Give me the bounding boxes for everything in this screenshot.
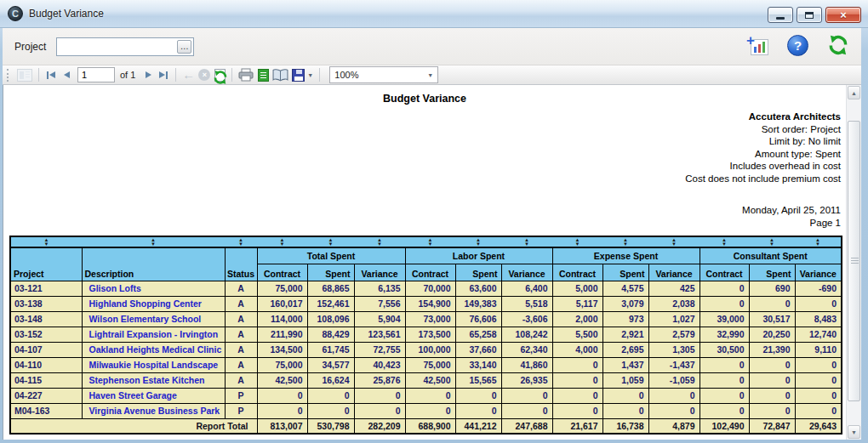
document-map-button[interactable] xyxy=(15,66,34,83)
column-sort-control[interactable]: ▲▼ xyxy=(455,236,501,247)
amount-cell: 8,483 xyxy=(795,311,842,327)
amount-cell: 108,096 xyxy=(307,311,354,327)
zoom-select[interactable]: 100% ▼ xyxy=(329,66,438,83)
sort-desc-icon: ▼ xyxy=(328,242,334,247)
column-sort-control[interactable]: ▲▼ xyxy=(700,236,749,247)
column-sort-control[interactable]: ▲▼ xyxy=(354,236,405,247)
amount-cell: 76,606 xyxy=(455,311,501,327)
amount-cell: 0 xyxy=(552,357,602,372)
first-page-button[interactable] xyxy=(43,66,59,83)
description-link[interactable]: Oakland Heights Medical Clinic xyxy=(82,342,225,357)
column-sort-control[interactable]: ▲▼ xyxy=(82,236,225,247)
maximize-button[interactable] xyxy=(797,7,822,23)
amount-cell: 21,390 xyxy=(749,342,795,357)
report-info-block: Accutera Architects Sort order: ProjectL… xyxy=(3,111,841,185)
back-button[interactable]: ← xyxy=(180,66,197,83)
table-row: 04-110Milwaukie Hospital LandscapeA75,00… xyxy=(10,357,842,372)
column-sort-control[interactable]: ▲▼ xyxy=(405,236,455,247)
question-mark-icon: ? xyxy=(794,38,802,53)
scrollbar-thumb[interactable] xyxy=(848,121,860,401)
project-id-cell: 03-121 xyxy=(10,281,82,296)
amount-cell: 33,140 xyxy=(455,357,501,372)
budget-variance-window: C Budget Variance × Project … + ? xyxy=(0,0,868,443)
amount-cell: 72,755 xyxy=(354,342,405,357)
column-sort-control[interactable]: ▲▼ xyxy=(307,236,354,247)
column-sort-control[interactable]: ▲▼ xyxy=(501,236,552,247)
sub-header-variance: Variance xyxy=(354,264,405,281)
description-link[interactable]: Highland Shopping Center xyxy=(82,296,225,311)
minimize-button[interactable] xyxy=(768,7,793,23)
toolbar-separator xyxy=(319,68,320,82)
refresh-report-button[interactable] xyxy=(212,66,227,83)
scroll-down-button[interactable]: ▼ xyxy=(848,425,860,439)
amount-cell: 0 xyxy=(602,388,648,403)
toolbar-grip-handle[interactable] xyxy=(7,69,11,82)
description-link[interactable]: Lightrail Expansion - Irvington xyxy=(82,327,225,342)
stop-button[interactable]: × xyxy=(197,66,212,83)
column-sort-control[interactable]: ▲▼ xyxy=(648,236,700,247)
column-sort-control[interactable]: ▲▼ xyxy=(795,236,842,247)
project-id-cell: 04-110 xyxy=(10,357,82,372)
description-link[interactable]: Glison Lofts xyxy=(82,281,225,296)
project-browse-button[interactable]: … xyxy=(177,40,191,54)
project-field-wrap: … xyxy=(56,37,194,56)
amount-cell: 6,135 xyxy=(354,281,405,296)
sort-desc-icon: ▼ xyxy=(476,242,481,247)
amount-cell: 0 xyxy=(354,388,405,403)
group-header: Labor Spent xyxy=(405,247,552,264)
column-sort-control[interactable]: ▲▼ xyxy=(10,236,82,247)
sort-row: ▲▼▲▼▲▼▲▼▲▼▲▼▲▼▲▼▲▼▲▼▲▼▲▼▲▼▲▼▲▼ xyxy=(10,236,842,247)
status-cell: P xyxy=(225,388,257,403)
report-total-amount-cell: 282,209 xyxy=(354,418,405,434)
page-number-input[interactable] xyxy=(77,67,115,82)
column-header-status: Status xyxy=(225,247,257,281)
next-page-button[interactable] xyxy=(140,66,156,83)
export-button[interactable]: ▼ xyxy=(290,66,315,83)
amount-cell: 39,000 xyxy=(700,311,749,327)
add-chart-button[interactable]: + xyxy=(746,35,768,55)
save-export-icon xyxy=(292,69,305,82)
sub-header-spent: Spent xyxy=(749,264,795,281)
sub-header-spent: Spent xyxy=(602,264,648,281)
sort-desc-icon: ▼ xyxy=(44,242,49,247)
scroll-up-button[interactable]: ▲ xyxy=(848,86,860,99)
amount-cell: -1,059 xyxy=(648,372,700,388)
amount-cell: 65,258 xyxy=(455,327,501,342)
column-sort-control[interactable]: ▲▼ xyxy=(225,236,257,247)
amount-cell: 973 xyxy=(602,311,648,327)
print-button[interactable] xyxy=(237,66,255,83)
description-link[interactable]: Milwaukie Hospital Landscape xyxy=(82,357,225,372)
sort-desc-icon: ▼ xyxy=(575,242,580,247)
plus-icon: + xyxy=(746,35,755,47)
description-link[interactable]: Wilson Elementary School xyxy=(82,311,225,327)
description-link[interactable]: Stephenson Estate Kitchen xyxy=(82,372,225,388)
sub-header-variance: Variance xyxy=(501,264,552,281)
amount-cell: 0 xyxy=(795,372,842,388)
page-count-label: of 1 xyxy=(120,70,135,80)
amount-cell: 40,423 xyxy=(354,357,405,372)
page-setup-button[interactable] xyxy=(271,66,290,83)
close-button[interactable]: × xyxy=(825,7,861,23)
amount-cell: 75,000 xyxy=(257,357,307,372)
description-link[interactable]: Virginia Avenue Business Park xyxy=(82,403,225,418)
column-sort-control[interactable]: ▲▼ xyxy=(552,236,602,247)
project-input[interactable] xyxy=(56,37,194,56)
last-page-button[interactable] xyxy=(156,66,171,83)
next-page-icon xyxy=(146,71,151,78)
refresh-button[interactable] xyxy=(827,34,849,56)
amount-cell: 0 xyxy=(354,403,405,418)
print-layout-button[interactable] xyxy=(255,66,271,83)
amount-cell: 42,500 xyxy=(257,372,307,388)
amount-cell: 211,990 xyxy=(257,327,307,342)
report-page: Budget Variance Accutera Architects Sort… xyxy=(3,85,846,440)
description-link[interactable]: Haven Street Garage xyxy=(82,388,225,403)
amount-cell: 25,876 xyxy=(354,372,405,388)
column-sort-control[interactable]: ▲▼ xyxy=(257,236,307,247)
previous-page-button[interactable] xyxy=(59,66,74,83)
help-button[interactable]: ? xyxy=(787,35,808,56)
amount-cell: 5,904 xyxy=(354,311,405,327)
amount-cell: 5,518 xyxy=(501,296,552,311)
column-sort-control[interactable]: ▲▼ xyxy=(602,236,648,247)
amount-cell: 62,340 xyxy=(501,342,552,357)
column-sort-control[interactable]: ▲▼ xyxy=(749,236,795,247)
